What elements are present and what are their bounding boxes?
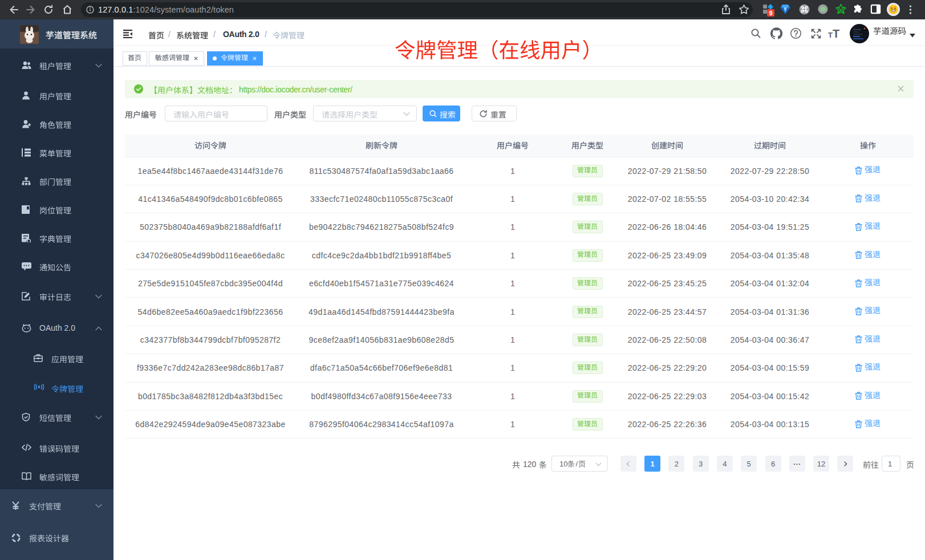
svg-text:9: 9 bbox=[769, 10, 772, 17]
